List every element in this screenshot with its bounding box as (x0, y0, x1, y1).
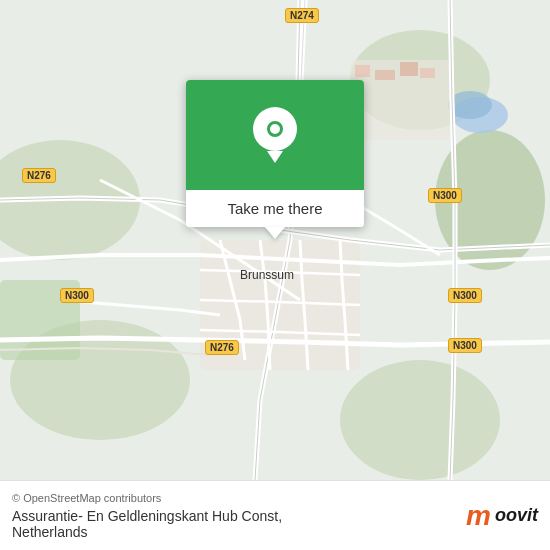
road-label-n276-bot: N276 (205, 340, 239, 355)
map-svg (0, 0, 550, 480)
moovit-text: oovit (495, 505, 538, 526)
svg-rect-16 (420, 68, 435, 78)
svg-rect-13 (355, 65, 370, 77)
location-name-text: Assurantie- En Geldleningskant Hub Const… (12, 508, 282, 524)
moovit-logo: moovit (466, 500, 538, 532)
popup-card: Take me there (186, 80, 364, 227)
bottom-info: © OpenStreetMap contributors Assurantie-… (12, 492, 466, 540)
popup-pointer (265, 227, 285, 239)
app: N274 N276 N276 N300 N300 N300 N300 Bruns… (0, 0, 550, 550)
road-label-n300-mid: N300 (448, 288, 482, 303)
location-name: Assurantie- En Geldleningskant Hub Const… (12, 508, 466, 540)
road-label-n300-top: N300 (428, 188, 462, 203)
pin-tail (267, 151, 283, 163)
map-container[interactable]: N274 N276 N276 N300 N300 N300 N300 Bruns… (0, 0, 550, 480)
location-country: Netherlands (12, 524, 88, 540)
road-label-n276-top: N276 (22, 168, 56, 183)
bottom-bar: © OpenStreetMap contributors Assurantie-… (0, 480, 550, 550)
svg-rect-15 (400, 62, 418, 76)
road-label-n274: N274 (285, 8, 319, 23)
road-label-n300-bot: N300 (448, 338, 482, 353)
road-label-n300-left: N300 (60, 288, 94, 303)
copyright-text: © OpenStreetMap contributors (12, 492, 466, 504)
city-label: Brunssum (240, 268, 294, 282)
popup-green-area (186, 80, 364, 190)
svg-point-5 (340, 360, 500, 480)
svg-rect-14 (375, 70, 395, 80)
pin-dot (267, 121, 283, 137)
take-me-there-button[interactable]: Take me there (186, 190, 364, 227)
pin-icon (253, 107, 297, 151)
moovit-m-letter: m (466, 500, 491, 532)
